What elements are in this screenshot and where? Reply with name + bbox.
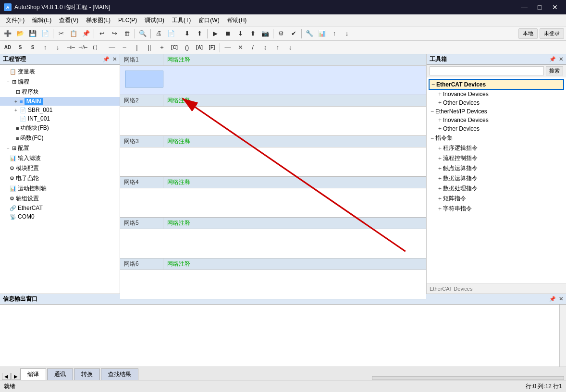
paste-btn[interactable]: 📌 [80, 28, 92, 39]
tree-item-config[interactable]: − ⊞ 配置 [0, 143, 120, 153]
network-3-content[interactable] [120, 147, 426, 176]
network-4-content[interactable] [120, 188, 426, 217]
menu-file[interactable]: 文件(F) [2, 14, 28, 26]
network-row-2[interactable]: 网络2 网络注释 [120, 95, 426, 136]
download2-btn[interactable]: ⬇ [234, 28, 246, 39]
search-btn[interactable]: 🔍 [137, 28, 148, 39]
cross-btn[interactable]: + [156, 42, 168, 53]
tree-item-progblocks[interactable]: − ⊞ 程序块 [0, 87, 120, 97]
toolbox-inovance-1[interactable]: + Inovance Devices [429, 90, 564, 98]
menu-help[interactable]: 帮助(H) [223, 14, 251, 26]
tree-item-motionaxis[interactable]: 📊 运动控制轴 [0, 184, 120, 194]
save-as-btn[interactable]: 📄 [39, 28, 51, 39]
compile-btn[interactable]: ⚙ [275, 28, 287, 39]
menu-view[interactable]: 查看(V) [55, 14, 82, 26]
close-button[interactable]: ✕ [548, 0, 562, 14]
output-prev-btn[interactable]: ◀ [2, 373, 11, 380]
network-row-3[interactable]: 网络3 网络注释 [120, 136, 426, 177]
toolbox-data-transport[interactable]: + 数据运算指令 [429, 173, 564, 184]
undo-btn[interactable]: ↩ [96, 28, 108, 39]
login-label[interactable]: 未登录 [540, 28, 564, 39]
updown-btn[interactable]: ↕ [259, 42, 271, 53]
check-btn[interactable]: ✔ [288, 28, 299, 39]
local-label[interactable]: 本地 [518, 28, 538, 39]
tree-item-funcblocks[interactable]: ≡ 功能块(FB) [0, 123, 120, 133]
paren-btn[interactable]: () [181, 42, 193, 53]
del-h-btn[interactable]: ✕ [234, 42, 246, 53]
toolbox-string[interactable]: + 字符串指令 [429, 204, 564, 214]
toolbox-ethernet-ip[interactable]: − EtherNet/IP Devices [429, 107, 564, 116]
network-row-6[interactable]: 网络6 网络注释 [120, 258, 426, 299]
a-btn[interactable]: [A] [194, 42, 205, 53]
new-btn[interactable]: ➕ [2, 28, 13, 39]
toolbox-contact-calc[interactable]: + 触点运算指令 [429, 163, 564, 173]
slash-btn[interactable]: / [247, 42, 258, 53]
output-content[interactable] [0, 305, 566, 367]
network-row-1[interactable]: 网络1 网络注释 [120, 54, 426, 95]
toolbox-inovance-2[interactable]: + Inovance Devices [429, 116, 564, 124]
contact-nc-btn[interactable]: ⊣/⊢ [77, 42, 89, 53]
output-tab-convert[interactable]: 转换 [74, 368, 100, 380]
toolbox-search-button[interactable]: 搜索 [546, 66, 563, 75]
output-tab-comm[interactable]: 通讯 [47, 368, 73, 380]
more2-btn[interactable]: 📊 [316, 28, 328, 39]
tree-item-ethercat[interactable]: 🔗 EtherCAT [0, 204, 120, 212]
more4-btn[interactable]: ↓ [341, 28, 353, 39]
arrow-up-btn[interactable]: ↑ [39, 42, 51, 53]
output-close-icon[interactable]: ✕ [559, 296, 563, 302]
maximize-button[interactable]: □ [532, 0, 547, 14]
network-row-4[interactable]: 网络4 网络注释 [120, 177, 426, 218]
panel-close-icon[interactable]: ✕ [112, 56, 117, 62]
line-h-btn[interactable]: — [222, 42, 234, 53]
stop-btn[interactable]: ⏹ [222, 28, 234, 39]
tree-item-int001[interactable]: 📄 INT_001 [0, 114, 120, 123]
tree-item-axisgroup[interactable]: ⚙ 轴组设置 [0, 194, 120, 204]
toolbox-close-icon[interactable]: ✕ [559, 56, 563, 62]
hline2-btn[interactable]: ‒ [119, 42, 130, 53]
more1-btn[interactable]: 🔧 [304, 28, 315, 39]
redo-btn[interactable]: ↪ [109, 28, 120, 39]
minimize-button[interactable]: — [517, 0, 531, 14]
output-next-btn[interactable]: ▶ [12, 373, 20, 380]
more3-btn[interactable]: ↑ [329, 28, 340, 39]
output-pin-icon[interactable]: 📌 [549, 296, 556, 302]
menu-plc[interactable]: PLC(P) [114, 14, 141, 26]
menu-window[interactable]: 窗口(W) [195, 14, 223, 26]
toolbox-program-logic[interactable]: + 程序逻辑指令 [429, 143, 564, 153]
save-btn[interactable]: 💾 [27, 28, 38, 39]
copy-btn[interactable]: 📋 [68, 28, 79, 39]
vline2-btn[interactable]: || [144, 42, 155, 53]
network-row-5[interactable]: 网络5 网络注释 [120, 218, 426, 258]
menu-tools[interactable]: 工具(T) [168, 14, 195, 26]
toolbox-matrix[interactable]: + 矩阵指令 [429, 194, 564, 204]
network-6-content[interactable] [120, 270, 426, 299]
open-btn[interactable]: 📂 [14, 28, 26, 39]
tree-item-sbr001[interactable]: + 📄 SBR_001 [0, 106, 120, 114]
editor-area[interactable]: 网络1 网络注释 网络2 网络注释 [120, 54, 426, 299]
pin-icon[interactable]: 📌 [103, 56, 110, 62]
tree-item-com0[interactable]: 📡 COM0 [0, 212, 120, 221]
toolbox-instruction-set[interactable]: − 指令集 [429, 133, 564, 143]
print-btn[interactable]: 🖨 [153, 28, 164, 39]
toolbox-ethercat-devices[interactable]: − EtherCAT Devices [429, 79, 564, 90]
arr-dn2-btn[interactable]: ↓ [284, 42, 296, 53]
tree-item-moduleconfig[interactable]: ⚙ 模块配置 [0, 163, 120, 173]
s2-btn[interactable]: S [27, 42, 38, 53]
network-5-content[interactable] [120, 229, 426, 258]
menu-ladder[interactable]: 梯形图(L) [82, 14, 114, 26]
arrow-dn-btn[interactable]: ↓ [52, 42, 63, 53]
cut-btn[interactable]: ✂ [55, 28, 67, 39]
printpreview-btn[interactable]: 📄 [165, 28, 177, 39]
tree-item-main[interactable]: + ■ MAIN [0, 97, 120, 106]
delete-btn[interactable]: 🗑 [121, 28, 133, 39]
vline-btn[interactable]: | [131, 42, 143, 53]
tree-item-functions[interactable]: ≡ 函数(FC) [0, 133, 120, 143]
coil-btn[interactable]: ( ) [89, 42, 101, 53]
toolbox-search-input[interactable] [430, 66, 544, 75]
tree-item-variables[interactable]: 📋 变量表 [0, 67, 120, 77]
output-tab-search[interactable]: 查找结果 [101, 368, 138, 380]
cam-btn[interactable]: 📷 [259, 28, 271, 39]
ad-btn[interactable]: AD [2, 42, 13, 53]
s1-btn[interactable]: S [14, 42, 26, 53]
menu-edit[interactable]: 编辑(E) [28, 14, 55, 26]
